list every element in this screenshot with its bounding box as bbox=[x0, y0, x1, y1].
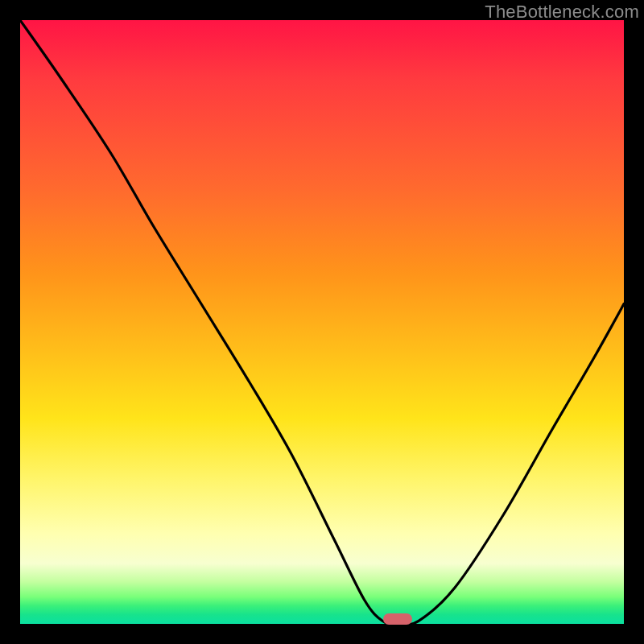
watermark-text: TheBottleneck.com bbox=[485, 2, 639, 23]
minimum-marker bbox=[383, 613, 412, 625]
chart-frame: TheBottleneck.com bbox=[0, 0, 644, 644]
bottleneck-curve-path bbox=[20, 20, 624, 624]
bottleneck-curve-svg bbox=[20, 20, 624, 624]
